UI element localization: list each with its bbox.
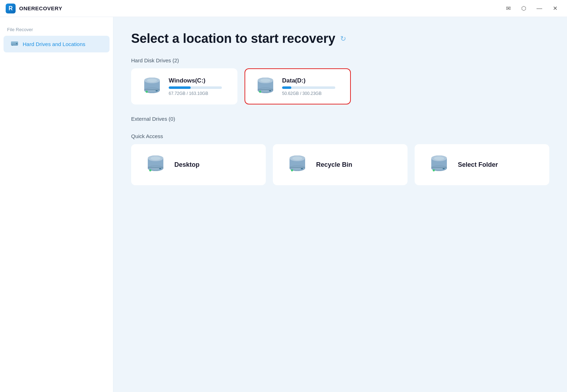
titlebar: R ONERECOVERY ✉ ⬡ — ✕ — [0, 0, 567, 17]
svg-rect-14 — [144, 89, 160, 90]
sidebar-item-label: Hard Drives and Locations — [23, 41, 85, 47]
titlebar-left: R ONERECOVERY — [6, 4, 62, 13]
page-title: Select a location to start recovery — [131, 31, 335, 46]
external-drives-label: External Drives (0) — [131, 116, 549, 122]
drive-bar-d — [282, 86, 335, 89]
shield-button[interactable]: ⬡ — [517, 2, 530, 15]
sidebar-menu-label: File Recover — [0, 24, 113, 35]
svg-point-26 — [259, 91, 261, 93]
svg-point-53 — [434, 157, 444, 160]
sidebar-item-hard-drives[interactable]: Hard Drives and Locations — [4, 36, 110, 52]
hard-disk-section: Hard Disk Drives (2) — [131, 57, 549, 104]
page-title-row: Select a location to start recovery ↻ — [131, 31, 549, 46]
hard-disk-grid: Windows(C:) 67.72GB / 163.10GB — [131, 68, 549, 104]
svg-rect-4 — [11, 43, 18, 43]
drive-bar-c — [169, 86, 222, 89]
sidebar: File Recover Hard Drives and Locations — [0, 17, 113, 392]
quick-card-desktop[interactable]: Desktop — [131, 144, 266, 185]
hard-disk-label: Hard Disk Drives (2) — [131, 57, 549, 63]
desktop-icon — [145, 155, 167, 175]
recycle-bin-icon — [286, 155, 308, 175]
svg-rect-2 — [12, 45, 13, 46]
drive-icon-c — [142, 77, 162, 96]
svg-point-15 — [146, 91, 148, 93]
quick-label-desktop: Desktop — [174, 161, 200, 169]
close-button[interactable]: ✕ — [549, 2, 561, 15]
drive-card-d[interactable]: Data(D:) 50.62GB / 300.23GB — [245, 68, 351, 104]
svg-rect-36 — [148, 167, 163, 168]
svg-rect-58 — [431, 167, 447, 168]
svg-point-20 — [260, 79, 270, 82]
svg-point-9 — [147, 79, 157, 82]
svg-rect-47 — [290, 167, 305, 168]
drive-size-c: 67.72GB / 163.10GB — [169, 91, 222, 96]
drive-name-d: Data(D:) — [282, 77, 335, 84]
quick-access-grid: Desktop — [131, 144, 549, 185]
svg-point-42 — [292, 157, 302, 160]
app-name: ONERECOVERY — [19, 5, 62, 11]
svg-point-48 — [291, 169, 293, 171]
svg-rect-25 — [258, 89, 273, 90]
content-area: Select a location to start recovery ↻ Ha… — [113, 17, 567, 392]
drive-info-c: Windows(C:) 67.72GB / 163.10GB — [169, 77, 222, 96]
quick-card-recycle-bin[interactable]: Recycle Bin — [273, 144, 408, 185]
drive-icon-d — [255, 77, 276, 96]
drive-bar-fill-c — [169, 86, 191, 89]
main-layout: File Recover Hard Drives and Locations S… — [0, 17, 567, 392]
svg-point-37 — [149, 169, 151, 171]
quick-access-label: Quick Access — [131, 133, 549, 139]
quick-label-recycle-bin: Recycle Bin — [316, 161, 352, 169]
quick-access-section: Quick Access — [131, 133, 549, 185]
quick-card-select-folder[interactable]: Select Folder — [415, 144, 549, 185]
mail-button[interactable]: ✉ — [502, 2, 515, 15]
drive-info-d: Data(D:) 50.62GB / 300.23GB — [282, 77, 335, 96]
drive-card-c[interactable]: Windows(C:) 67.72GB / 163.10GB — [131, 68, 237, 104]
svg-point-31 — [151, 157, 161, 160]
titlebar-controls: ✉ ⬡ — ✕ — [502, 2, 561, 15]
refresh-icon[interactable]: ↻ — [340, 34, 346, 43]
drive-name-c: Windows(C:) — [169, 77, 222, 84]
drive-bar-fill-d — [282, 86, 291, 89]
minimize-button[interactable]: — — [533, 2, 546, 15]
app-logo: R — [6, 4, 16, 13]
quick-label-select-folder: Select Folder — [458, 161, 498, 169]
svg-point-59 — [433, 169, 435, 171]
drive-size-d: 50.62GB / 300.23GB — [282, 91, 335, 96]
select-folder-icon — [428, 155, 450, 175]
hard-drives-icon — [11, 40, 18, 48]
external-drives-section: External Drives (0) — [131, 116, 549, 122]
